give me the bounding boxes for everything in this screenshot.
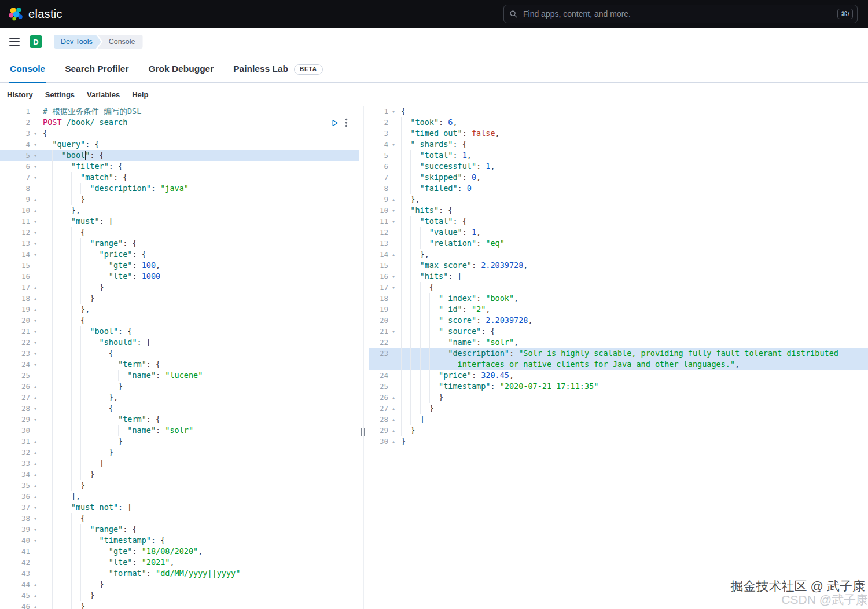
code-line[interactable]: 16▾"hits": [ [369, 271, 868, 282]
fold-toggle-icon[interactable]: ▾ [388, 139, 399, 150]
fold-toggle-icon[interactable]: ▴ [30, 282, 41, 293]
line-number[interactable]: 29 [0, 414, 30, 425]
code-line[interactable]: 43"format": "dd/MM/yyyy||yyyy" [0, 568, 359, 579]
line-number[interactable]: 23 [369, 348, 388, 359]
fold-toggle-icon[interactable]: ▾ [30, 535, 41, 546]
line-number[interactable]: 20 [0, 315, 30, 326]
fold-toggle-icon[interactable]: ▴ [30, 491, 41, 502]
line-number[interactable]: 7 [0, 172, 30, 183]
code-line[interactable]: 20▾{ [0, 315, 359, 326]
line-number[interactable]: 9 [0, 194, 30, 205]
code-line[interactable]: 18"_index": "book", [369, 293, 868, 304]
code-line[interactable]: 21▾"bool": { [0, 326, 359, 337]
fold-toggle-icon[interactable]: ▾ [30, 326, 41, 337]
send-request-button[interactable] [330, 119, 339, 127]
fold-toggle-icon[interactable]: ▴ [30, 381, 41, 392]
code-line[interactable]: 13"relation": "eq" [369, 238, 868, 249]
code-line[interactable]: 4▾"_shards": { [369, 139, 868, 150]
fold-toggle-icon[interactable]: ▾ [30, 414, 41, 425]
code-line[interactable]: 6▾"filter": { [0, 161, 359, 172]
code-line[interactable]: 7▾"match": { [0, 172, 359, 183]
line-number[interactable]: 19 [0, 304, 30, 315]
line-number[interactable]: 12 [0, 227, 30, 238]
line-number[interactable]: 10 [369, 205, 388, 216]
code-line[interactable]: 1# 根据业务条件 编写的DSL [0, 106, 359, 117]
code-line[interactable]: 37▾"must_not": [ [0, 502, 359, 513]
fold-toggle-icon[interactable]: ▾ [30, 238, 41, 249]
line-number[interactable]: 20 [369, 315, 388, 326]
fold-toggle-icon[interactable]: ▴ [30, 579, 41, 590]
fold-toggle-icon[interactable]: ▴ [388, 425, 399, 436]
line-number[interactable]: 41 [0, 546, 30, 557]
code-line[interactable]: 2"took": 6, [369, 117, 868, 128]
tab-console[interactable]: Console [9, 56, 46, 83]
fold-toggle-icon[interactable]: ▴ [30, 447, 41, 458]
line-number[interactable]: 5 [0, 150, 30, 161]
code-line[interactable]: 24"price": 320.45, [369, 370, 868, 381]
code-line[interactable]: 5▾"bool": { [0, 150, 359, 161]
code-line[interactable]: 12"value": 1, [369, 227, 868, 238]
code-line[interactable]: 19"_id": "2", [369, 304, 868, 315]
fold-toggle-icon[interactable]: ▾ [388, 282, 399, 293]
code-line[interactable]: 13▾"range": { [0, 238, 359, 249]
pane-resizer[interactable] [359, 106, 369, 609]
code-line[interactable]: 25"name": "lucene" [0, 370, 359, 381]
fold-toggle-icon[interactable]: ▾ [388, 205, 399, 216]
code-line[interactable]: 46▴} [0, 601, 359, 609]
line-number[interactable]: 3 [0, 128, 30, 139]
fold-toggle-icon[interactable]: ▾ [30, 348, 41, 359]
code-line[interactable]: 29▴} [369, 425, 868, 436]
line-number[interactable]: 3 [369, 128, 388, 139]
line-number[interactable]: 23 [0, 348, 30, 359]
line-number[interactable]: 9 [369, 194, 388, 205]
code-line[interactable]: 41"gte": "18/08/2020", [0, 546, 359, 557]
line-number[interactable]: 30 [369, 436, 388, 447]
code-line[interactable]: 32▴} [0, 447, 359, 458]
code-line[interactable]: 1▾{ [369, 106, 868, 117]
line-number[interactable]: 7 [369, 172, 388, 183]
fold-toggle-icon[interactable]: ▴ [388, 414, 399, 425]
code-line[interactable]: 3▾{ [0, 128, 359, 139]
line-number[interactable]: 22 [0, 337, 30, 348]
breadcrumb-console[interactable]: Console [98, 35, 143, 49]
line-number[interactable]: 36 [0, 491, 30, 502]
line-number[interactable]: 28 [369, 414, 388, 425]
line-number[interactable]: 25 [0, 370, 30, 381]
elastic-logo[interactable] [8, 6, 23, 21]
code-line[interactable]: 15"gte": 100, [0, 260, 359, 271]
code-line[interactable]: 9▴}, [369, 194, 868, 205]
code-line[interactable]: 33▴] [0, 458, 359, 469]
line-number[interactable]: 33 [0, 458, 30, 469]
fold-toggle-icon[interactable]: ▴ [388, 403, 399, 414]
fold-toggle-icon[interactable]: ▾ [30, 359, 41, 370]
line-number[interactable]: 14 [369, 249, 388, 260]
fold-toggle-icon[interactable]: ▴ [388, 436, 399, 447]
line-number[interactable]: 18 [0, 293, 30, 304]
code-line[interactable]: 40▾"timestamp": { [0, 535, 359, 546]
line-number[interactable]: 30 [0, 425, 30, 436]
line-number[interactable]: 16 [369, 271, 388, 282]
tab-grok-debugger[interactable]: Grok Debugger [148, 56, 214, 83]
line-number[interactable]: 25 [369, 381, 388, 392]
fold-toggle-icon[interactable]: ▴ [30, 469, 41, 480]
line-number[interactable]: 13 [369, 238, 388, 249]
code-line[interactable]: 16"lte": 1000 [0, 271, 359, 282]
line-number[interactable]: 2 [0, 117, 30, 128]
code-line[interactable]: 18▴} [0, 293, 359, 304]
fold-toggle-icon[interactable]: ▾ [30, 227, 41, 238]
code-line[interactable]: 21▾"_source": { [369, 326, 868, 337]
line-number[interactable]: 40 [0, 535, 30, 546]
line-number[interactable]: 28 [0, 403, 30, 414]
code-line[interactable]: 23"description": "Solr is highly scalabl… [369, 348, 868, 359]
line-number[interactable]: 11 [0, 216, 30, 227]
line-number[interactable]: 42 [0, 557, 30, 568]
line-number[interactable]: 1 [369, 106, 388, 117]
code-line[interactable]: 26▴} [0, 381, 359, 392]
deployment-badge[interactable]: D [30, 35, 42, 48]
code-line[interactable]: 8"failed": 0 [369, 183, 868, 194]
code-line[interactable]: 30▴} [369, 436, 868, 447]
line-number[interactable]: 18 [369, 293, 388, 304]
global-search[interactable]: ⌘/ [503, 5, 858, 23]
line-number[interactable]: 6 [0, 161, 30, 172]
code-line[interactable]: 31▴} [0, 436, 359, 447]
